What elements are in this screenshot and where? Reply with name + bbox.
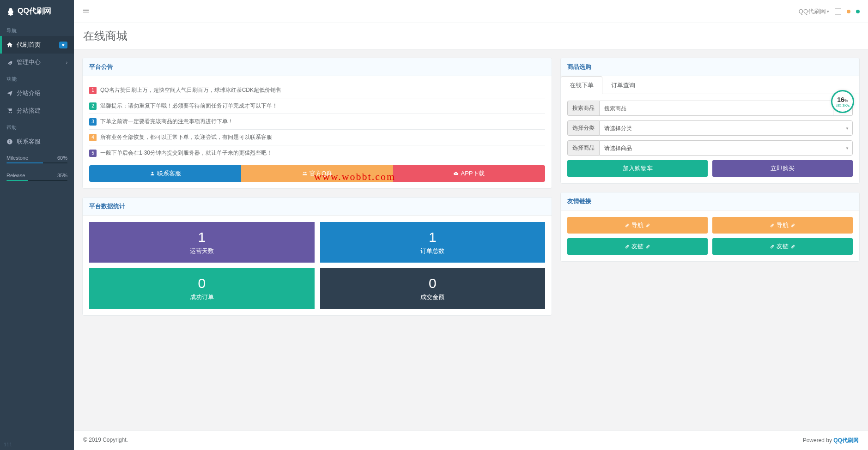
buy-now-button[interactable]: 立即购买 xyxy=(712,160,853,177)
status-dot-warn xyxy=(847,10,850,13)
announce-number: 2 xyxy=(89,102,97,110)
stat-card-purple: 1运营天数 xyxy=(89,222,315,263)
nav-badge: ♥ xyxy=(59,42,67,48)
announce-number: 5 xyxy=(89,150,97,157)
stat-card-blue: 1订单总数 xyxy=(320,222,546,263)
nav-label: 联系客服 xyxy=(17,138,67,146)
friend-link-1[interactable]: 导航 xyxy=(712,217,853,234)
penguin-icon xyxy=(6,7,15,16)
category-select[interactable]: 请选择分类 xyxy=(599,120,853,136)
announce-item: 4所有业务全部恢复，都可以正常下单，欢迎尝试，有问题可以联系客服 xyxy=(89,130,545,145)
plane-icon xyxy=(6,90,13,96)
progress-label: Milestone xyxy=(6,155,28,161)
sidebar-item-leaf[interactable]: 管理中心› xyxy=(0,54,74,71)
user-icon xyxy=(150,171,155,176)
sidebar-item-plane[interactable]: 分站介绍 xyxy=(0,84,74,102)
cart-icon xyxy=(6,108,13,114)
sidebar-item-home[interactable]: 代刷首页♥ xyxy=(0,36,74,54)
user-dropdown[interactable]: QQ代刷网 ▾ xyxy=(799,7,829,16)
category-label: 选择分类 xyxy=(567,120,599,136)
friend-link-2[interactable]: 友链 xyxy=(567,238,708,255)
page-header: 在线商城 xyxy=(74,23,868,49)
home-icon xyxy=(6,42,13,48)
status-dot-ok xyxy=(856,10,860,13)
panel-stats: 平台数据统计 1运营天数1订单总数0成功订单0成交金额 xyxy=(82,197,552,316)
stat-value: 0 xyxy=(328,276,538,291)
panel-announce-title: 平台公告 xyxy=(83,58,552,76)
stat-label: 成功订单 xyxy=(97,293,307,301)
brand[interactable]: QQ代刷网 xyxy=(0,0,74,23)
top-nav: QQ代刷网 ▾ xyxy=(74,0,868,23)
chevron-right-icon: › xyxy=(66,60,67,65)
stat-label: 成交金额 xyxy=(328,293,538,301)
friend-link-3[interactable]: 友链 xyxy=(712,238,853,255)
product-select[interactable]: 请选择商品 xyxy=(599,140,853,156)
announce-item: 1QQ名片赞日刷上万，超快空间人气日刷百万，球球冰红茶CDK超低价销售 xyxy=(89,83,545,98)
panel-order: 商品选购 在线下单订单查询 搜索商品 选择分类 请选择 xyxy=(560,58,860,184)
sidebar-toggle[interactable] xyxy=(82,7,90,16)
progress-item: Milestone60% xyxy=(0,150,74,168)
info-icon xyxy=(6,138,13,145)
nav-label: 管理中心 xyxy=(17,58,66,66)
stat-card-green: 0成功订单 xyxy=(89,268,315,309)
add-cart-button[interactable]: 加入购物车 xyxy=(567,160,708,177)
broken-image-icon xyxy=(835,8,841,15)
nav-label: 分站搭建 xyxy=(17,107,67,115)
stat-value: 1 xyxy=(97,229,307,245)
panel-links-title: 友情链接 xyxy=(561,192,859,210)
bars-icon xyxy=(82,7,90,14)
nav-label: 分站介绍 xyxy=(17,89,67,97)
announce-text: 温馨提示：请勿重复下单哦！必须要等待前面任务订单完成才可以下单！ xyxy=(100,102,278,110)
group-icon xyxy=(302,171,308,176)
main: 在线商城 平台公告 1QQ名片赞日刷上万，超快空间人气日刷百万，球球冰红茶CDK… xyxy=(74,0,868,324)
caret-down-icon: ▾ xyxy=(827,9,829,14)
announce-item: 3下单之前请一定要看完该商品的注意事项再进行下单！ xyxy=(89,114,545,130)
tab-1[interactable]: 订单查询 xyxy=(602,76,644,94)
announce-text: 下单之前请一定要看完该商品的注意事项再进行下单！ xyxy=(100,118,233,126)
nav-label: 代刷首页 xyxy=(17,41,59,49)
stat-value: 1 xyxy=(328,229,538,245)
product-label: 选择商品 xyxy=(567,140,599,156)
progress-label: Release xyxy=(6,173,25,178)
progress-item: Release35% xyxy=(0,168,74,186)
friend-link-0[interactable]: 导航 xyxy=(567,217,708,234)
stat-card-dark: 0成交金额 xyxy=(320,268,546,309)
announce-number: 4 xyxy=(89,134,97,141)
search-label: 搜索商品 xyxy=(567,101,599,116)
page-title: 在线商城 xyxy=(83,29,859,43)
panel-order-title: 商品选购 xyxy=(561,58,859,76)
link-icon xyxy=(645,244,650,249)
link-icon xyxy=(645,223,650,228)
link-icon xyxy=(790,223,795,228)
panel-links: 友情链接 导航导航友链友链 xyxy=(560,192,860,262)
nav-section-header: 导航 xyxy=(0,23,74,36)
announce-number: 3 xyxy=(89,118,97,126)
panel-announce: 平台公告 1QQ名片赞日刷上万，超快空间人气日刷百万，球球冰红茶CDK超低价销售… xyxy=(82,58,552,189)
sidebar: QQ代刷网 导航代刷首页♥管理中心›功能分站介绍分站搭建帮助联系客服 Miles… xyxy=(0,0,74,324)
sidebar-item-info[interactable]: 联系客服 xyxy=(0,133,74,150)
progress-value: 35% xyxy=(57,173,67,178)
panel-stats-title: 平台数据统计 xyxy=(83,198,552,216)
announce-btn-1[interactable]: 联系客服 xyxy=(89,165,241,182)
link-icon xyxy=(770,223,775,228)
stat-label: 订单总数 xyxy=(328,247,538,255)
announce-item: 2温馨提示：请勿重复下单哦！必须要等待前面任务订单完成才可以下单！ xyxy=(89,98,545,114)
tab-0[interactable]: 在线下单 xyxy=(561,76,602,94)
announce-text: 所有业务全部恢复，都可以正常下单，欢迎尝试，有问题可以联系客服 xyxy=(100,133,272,141)
link-icon xyxy=(625,244,630,249)
nav-section-header: 功能 xyxy=(0,71,74,84)
announce-btn-3[interactable]: APP下载 xyxy=(393,165,545,182)
stat-value: 0 xyxy=(97,276,307,291)
cloud-icon xyxy=(453,171,459,176)
speed-gauge[interactable]: 16% ↓85.3K/s xyxy=(831,90,854,113)
progress-value: 60% xyxy=(57,155,67,161)
nav-section-header: 帮助 xyxy=(0,120,74,133)
link-icon xyxy=(625,223,630,228)
user-name: QQ代刷网 xyxy=(799,7,826,16)
announce-number: 1 xyxy=(89,87,97,94)
search-input[interactable] xyxy=(599,101,833,116)
announce-btn-2[interactable]: 官方Q群 xyxy=(241,165,393,182)
sidebar-item-cart[interactable]: 分站搭建 xyxy=(0,102,74,120)
link-icon xyxy=(770,244,775,249)
announce-text: QQ名片赞日刷上万，超快空间人气日刷百万，球球冰红茶CDK超低价销售 xyxy=(100,86,281,94)
